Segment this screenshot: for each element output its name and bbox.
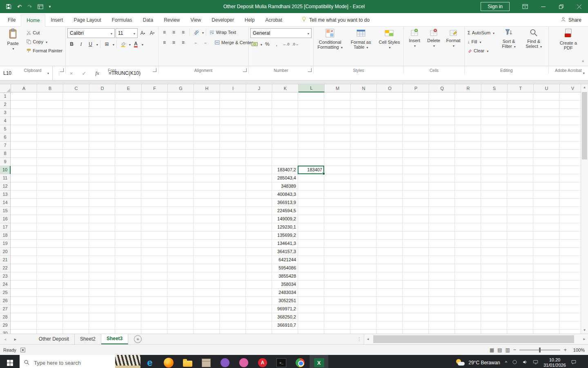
- cell-I7[interactable]: [220, 141, 246, 150]
- conditional-formatting-dropdown-icon[interactable]: [340, 45, 343, 49]
- cell-P16[interactable]: [403, 215, 429, 223]
- cell-G2[interactable]: [167, 101, 194, 109]
- cell-S16[interactable]: [481, 215, 507, 223]
- zoom-level[interactable]: 100%: [570, 348, 585, 352]
- cell-G30[interactable]: [167, 330, 194, 334]
- cell-C25[interactable]: [63, 289, 89, 297]
- cell-C11[interactable]: [63, 174, 89, 182]
- cell-P17[interactable]: [403, 223, 429, 231]
- cell-J27[interactable]: [246, 305, 272, 313]
- cell-E23[interactable]: [115, 272, 141, 280]
- cell-Q24[interactable]: [429, 280, 455, 289]
- cell-N9[interactable]: [350, 158, 376, 166]
- autosum-dropdown-icon[interactable]: [492, 30, 494, 35]
- cell-Q18[interactable]: [429, 231, 455, 240]
- cell-H11[interactable]: [194, 174, 220, 182]
- cell-C30[interactable]: [63, 330, 89, 334]
- cell-O6[interactable]: [376, 133, 403, 141]
- taskbar-excel-button[interactable]: X: [310, 355, 328, 368]
- cell-U21[interactable]: [533, 256, 559, 264]
- cell-D29[interactable]: [89, 321, 115, 330]
- cell-S10[interactable]: [481, 166, 507, 174]
- cell-M12[interactable]: [324, 182, 350, 191]
- row-header-15[interactable]: 15: [0, 207, 11, 215]
- cell-P1[interactable]: [403, 92, 429, 101]
- cell-U10[interactable]: [533, 166, 559, 174]
- cell-T14[interactable]: [507, 199, 533, 207]
- paste-button[interactable]: Paste: [2, 28, 24, 67]
- cell-S1[interactable]: [481, 92, 507, 101]
- tab-file[interactable]: File: [2, 14, 21, 26]
- fill-button[interactable]: ↓ Fill: [466, 38, 496, 45]
- row-header-14[interactable]: 14: [0, 199, 11, 207]
- cell-M9[interactable]: [324, 158, 350, 166]
- cell-K30[interactable]: [272, 330, 298, 334]
- cell-B16[interactable]: [37, 215, 63, 223]
- create-pdf-button[interactable]: Create a PDF: [555, 28, 581, 67]
- cell-D16[interactable]: [89, 215, 115, 223]
- cell-B5[interactable]: [37, 125, 63, 133]
- cell-C7[interactable]: [63, 141, 89, 150]
- cell-B26[interactable]: [37, 297, 63, 305]
- cell-E18[interactable]: [115, 231, 141, 240]
- cell-G9[interactable]: [167, 158, 194, 166]
- cell-H30[interactable]: [194, 330, 220, 334]
- tab-review[interactable]: Review: [158, 14, 185, 26]
- align-center-button[interactable]: ≡: [169, 38, 178, 47]
- vertical-scrollbar[interactable]: ▲ ▼: [581, 84, 588, 334]
- cell-E16[interactable]: [115, 215, 141, 223]
- row-header-19[interactable]: 19: [0, 240, 11, 248]
- cell-A14[interactable]: [11, 199, 37, 207]
- cell-D11[interactable]: [89, 174, 115, 182]
- cell-T5[interactable]: [507, 125, 533, 133]
- cell-D19[interactable]: [89, 240, 115, 248]
- cell-U29[interactable]: [533, 321, 559, 330]
- cell-J6[interactable]: [246, 133, 272, 141]
- cell-A27[interactable]: [11, 305, 37, 313]
- cell-E30[interactable]: [115, 330, 141, 334]
- cell-R30[interactable]: [455, 330, 481, 334]
- cell-D15[interactable]: [89, 207, 115, 215]
- cell-D7[interactable]: [89, 141, 115, 150]
- underline-button[interactable]: U: [86, 40, 95, 48]
- cell-D21[interactable]: [89, 256, 115, 264]
- cell-F20[interactable]: [141, 248, 167, 256]
- cell-I25[interactable]: [220, 289, 246, 297]
- cell-M28[interactable]: [324, 313, 350, 321]
- cell-O21[interactable]: [376, 256, 403, 264]
- cell-B30[interactable]: [37, 330, 63, 334]
- cell-K1[interactable]: [272, 92, 298, 101]
- cell-M27[interactable]: [324, 305, 350, 313]
- cell-S29[interactable]: [481, 321, 507, 330]
- cell-Q23[interactable]: [429, 272, 455, 280]
- cell-M18[interactable]: [324, 231, 350, 240]
- cell-S5[interactable]: [481, 125, 507, 133]
- font-name-combo[interactable]: Calibri: [67, 28, 115, 38]
- cell-K20[interactable]: 364157,3: [272, 248, 298, 256]
- cell-N25[interactable]: [350, 289, 376, 297]
- tab-formulas[interactable]: Formulas: [107, 14, 138, 26]
- cell-N27[interactable]: [350, 305, 376, 313]
- cell-K7[interactable]: [272, 141, 298, 150]
- taskbar-search[interactable]: [20, 355, 115, 368]
- cell-L25[interactable]: [298, 289, 324, 297]
- orientation-dropdown-icon[interactable]: [201, 29, 204, 35]
- cell-I16[interactable]: [220, 215, 246, 223]
- cell-B12[interactable]: [37, 182, 63, 191]
- cell-L21[interactable]: [298, 256, 324, 264]
- cell-A21[interactable]: [11, 256, 37, 264]
- cell-T21[interactable]: [507, 256, 533, 264]
- taskbar-pink-app-button[interactable]: [234, 355, 253, 368]
- column-header-T[interactable]: T: [508, 84, 534, 92]
- cell-D14[interactable]: [89, 199, 115, 207]
- cell-U25[interactable]: [533, 289, 559, 297]
- cell-I3[interactable]: [220, 109, 246, 117]
- cell-S18[interactable]: [481, 231, 507, 240]
- cell-U13[interactable]: [533, 191, 559, 199]
- cell-A10[interactable]: [11, 166, 37, 174]
- cell-E20[interactable]: [115, 248, 141, 256]
- cell-M11[interactable]: [324, 174, 350, 182]
- cell-N20[interactable]: [350, 248, 376, 256]
- cell-S3[interactable]: [481, 109, 507, 117]
- cell-P9[interactable]: [403, 158, 429, 166]
